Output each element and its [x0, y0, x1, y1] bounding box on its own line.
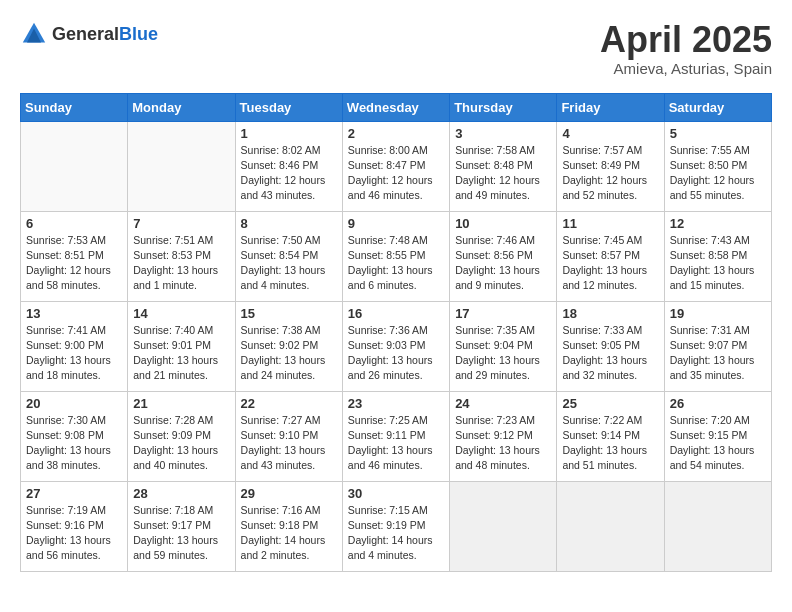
calendar-cell: 9Sunrise: 7:48 AM Sunset: 8:55 PM Daylig… [342, 211, 449, 301]
header-saturday: Saturday [664, 93, 771, 121]
calendar-week-2: 6Sunrise: 7:53 AM Sunset: 8:51 PM Daylig… [21, 211, 772, 301]
day-info: Sunrise: 7:33 AM Sunset: 9:05 PM Dayligh… [562, 323, 658, 384]
calendar-cell: 3Sunrise: 7:58 AM Sunset: 8:48 PM Daylig… [450, 121, 557, 211]
calendar-cell: 23Sunrise: 7:25 AM Sunset: 9:11 PM Dayli… [342, 391, 449, 481]
calendar-cell [664, 481, 771, 571]
calendar-cell: 30Sunrise: 7:15 AM Sunset: 9:19 PM Dayli… [342, 481, 449, 571]
calendar-cell: 11Sunrise: 7:45 AM Sunset: 8:57 PM Dayli… [557, 211, 664, 301]
header-friday: Friday [557, 93, 664, 121]
day-info: Sunrise: 7:46 AM Sunset: 8:56 PM Dayligh… [455, 233, 551, 294]
calendar-cell: 20Sunrise: 7:30 AM Sunset: 9:08 PM Dayli… [21, 391, 128, 481]
calendar-cell: 15Sunrise: 7:38 AM Sunset: 9:02 PM Dayli… [235, 301, 342, 391]
day-info: Sunrise: 7:27 AM Sunset: 9:10 PM Dayligh… [241, 413, 337, 474]
day-number: 30 [348, 486, 444, 501]
day-info: Sunrise: 7:53 AM Sunset: 8:51 PM Dayligh… [26, 233, 122, 294]
calendar-cell: 6Sunrise: 7:53 AM Sunset: 8:51 PM Daylig… [21, 211, 128, 301]
day-info: Sunrise: 7:48 AM Sunset: 8:55 PM Dayligh… [348, 233, 444, 294]
day-info: Sunrise: 7:58 AM Sunset: 8:48 PM Dayligh… [455, 143, 551, 204]
day-info: Sunrise: 7:40 AM Sunset: 9:01 PM Dayligh… [133, 323, 229, 384]
day-info: Sunrise: 7:28 AM Sunset: 9:09 PM Dayligh… [133, 413, 229, 474]
day-info: Sunrise: 7:30 AM Sunset: 9:08 PM Dayligh… [26, 413, 122, 474]
day-info: Sunrise: 8:02 AM Sunset: 8:46 PM Dayligh… [241, 143, 337, 204]
day-number: 8 [241, 216, 337, 231]
month-title: April 2025 [600, 20, 772, 60]
calendar-cell: 28Sunrise: 7:18 AM Sunset: 9:17 PM Dayli… [128, 481, 235, 571]
day-number: 16 [348, 306, 444, 321]
calendar-cell: 14Sunrise: 7:40 AM Sunset: 9:01 PM Dayli… [128, 301, 235, 391]
day-number: 6 [26, 216, 122, 231]
title-block: April 2025 Amieva, Asturias, Spain [600, 20, 772, 77]
calendar-cell: 19Sunrise: 7:31 AM Sunset: 9:07 PM Dayli… [664, 301, 771, 391]
day-info: Sunrise: 7:55 AM Sunset: 8:50 PM Dayligh… [670, 143, 766, 204]
day-info: Sunrise: 7:51 AM Sunset: 8:53 PM Dayligh… [133, 233, 229, 294]
day-info: Sunrise: 7:41 AM Sunset: 9:00 PM Dayligh… [26, 323, 122, 384]
day-info: Sunrise: 8:00 AM Sunset: 8:47 PM Dayligh… [348, 143, 444, 204]
day-number: 23 [348, 396, 444, 411]
calendar-cell: 21Sunrise: 7:28 AM Sunset: 9:09 PM Dayli… [128, 391, 235, 481]
day-number: 27 [26, 486, 122, 501]
logo-general: General [52, 24, 119, 44]
header-wednesday: Wednesday [342, 93, 449, 121]
calendar-cell: 24Sunrise: 7:23 AM Sunset: 9:12 PM Dayli… [450, 391, 557, 481]
day-info: Sunrise: 7:18 AM Sunset: 9:17 PM Dayligh… [133, 503, 229, 564]
logo-blue: Blue [119, 24, 158, 44]
day-info: Sunrise: 7:38 AM Sunset: 9:02 PM Dayligh… [241, 323, 337, 384]
calendar-cell: 12Sunrise: 7:43 AM Sunset: 8:58 PM Dayli… [664, 211, 771, 301]
calendar-cell: 5Sunrise: 7:55 AM Sunset: 8:50 PM Daylig… [664, 121, 771, 211]
day-number: 2 [348, 126, 444, 141]
day-number: 24 [455, 396, 551, 411]
day-number: 15 [241, 306, 337, 321]
day-info: Sunrise: 7:31 AM Sunset: 9:07 PM Dayligh… [670, 323, 766, 384]
calendar-table: SundayMondayTuesdayWednesdayThursdayFrid… [20, 93, 772, 572]
calendar-week-1: 1Sunrise: 8:02 AM Sunset: 8:46 PM Daylig… [21, 121, 772, 211]
calendar-cell: 16Sunrise: 7:36 AM Sunset: 9:03 PM Dayli… [342, 301, 449, 391]
header-monday: Monday [128, 93, 235, 121]
calendar-cell: 4Sunrise: 7:57 AM Sunset: 8:49 PM Daylig… [557, 121, 664, 211]
day-number: 22 [241, 396, 337, 411]
day-number: 7 [133, 216, 229, 231]
calendar-cell [557, 481, 664, 571]
day-info: Sunrise: 7:36 AM Sunset: 9:03 PM Dayligh… [348, 323, 444, 384]
day-info: Sunrise: 7:57 AM Sunset: 8:49 PM Dayligh… [562, 143, 658, 204]
day-number: 12 [670, 216, 766, 231]
day-number: 14 [133, 306, 229, 321]
location-title: Amieva, Asturias, Spain [600, 60, 772, 77]
calendar-week-3: 13Sunrise: 7:41 AM Sunset: 9:00 PM Dayli… [21, 301, 772, 391]
calendar-cell: 26Sunrise: 7:20 AM Sunset: 9:15 PM Dayli… [664, 391, 771, 481]
day-number: 11 [562, 216, 658, 231]
calendar-cell: 25Sunrise: 7:22 AM Sunset: 9:14 PM Dayli… [557, 391, 664, 481]
day-info: Sunrise: 7:16 AM Sunset: 9:18 PM Dayligh… [241, 503, 337, 564]
day-info: Sunrise: 7:35 AM Sunset: 9:04 PM Dayligh… [455, 323, 551, 384]
day-info: Sunrise: 7:19 AM Sunset: 9:16 PM Dayligh… [26, 503, 122, 564]
day-number: 29 [241, 486, 337, 501]
day-number: 13 [26, 306, 122, 321]
calendar-cell: 10Sunrise: 7:46 AM Sunset: 8:56 PM Dayli… [450, 211, 557, 301]
calendar-cell: 22Sunrise: 7:27 AM Sunset: 9:10 PM Dayli… [235, 391, 342, 481]
page-header: GeneralBlue April 2025 Amieva, Asturias,… [20, 20, 772, 77]
day-number: 5 [670, 126, 766, 141]
day-info: Sunrise: 7:23 AM Sunset: 9:12 PM Dayligh… [455, 413, 551, 474]
day-info: Sunrise: 7:43 AM Sunset: 8:58 PM Dayligh… [670, 233, 766, 294]
calendar-cell: 8Sunrise: 7:50 AM Sunset: 8:54 PM Daylig… [235, 211, 342, 301]
day-number: 19 [670, 306, 766, 321]
generalblue-logo-icon [20, 20, 48, 48]
calendar-cell: 27Sunrise: 7:19 AM Sunset: 9:16 PM Dayli… [21, 481, 128, 571]
calendar-week-5: 27Sunrise: 7:19 AM Sunset: 9:16 PM Dayli… [21, 481, 772, 571]
day-info: Sunrise: 7:22 AM Sunset: 9:14 PM Dayligh… [562, 413, 658, 474]
calendar-cell: 29Sunrise: 7:16 AM Sunset: 9:18 PM Dayli… [235, 481, 342, 571]
day-number: 18 [562, 306, 658, 321]
day-info: Sunrise: 7:20 AM Sunset: 9:15 PM Dayligh… [670, 413, 766, 474]
logo-wordmark: GeneralBlue [52, 24, 158, 45]
day-number: 20 [26, 396, 122, 411]
day-number: 21 [133, 396, 229, 411]
calendar-cell [128, 121, 235, 211]
day-number: 3 [455, 126, 551, 141]
day-info: Sunrise: 7:15 AM Sunset: 9:19 PM Dayligh… [348, 503, 444, 564]
day-number: 25 [562, 396, 658, 411]
day-info: Sunrise: 7:50 AM Sunset: 8:54 PM Dayligh… [241, 233, 337, 294]
calendar-cell: 18Sunrise: 7:33 AM Sunset: 9:05 PM Dayli… [557, 301, 664, 391]
day-info: Sunrise: 7:25 AM Sunset: 9:11 PM Dayligh… [348, 413, 444, 474]
logo: GeneralBlue [20, 20, 158, 48]
calendar-cell: 2Sunrise: 8:00 AM Sunset: 8:47 PM Daylig… [342, 121, 449, 211]
header-tuesday: Tuesday [235, 93, 342, 121]
